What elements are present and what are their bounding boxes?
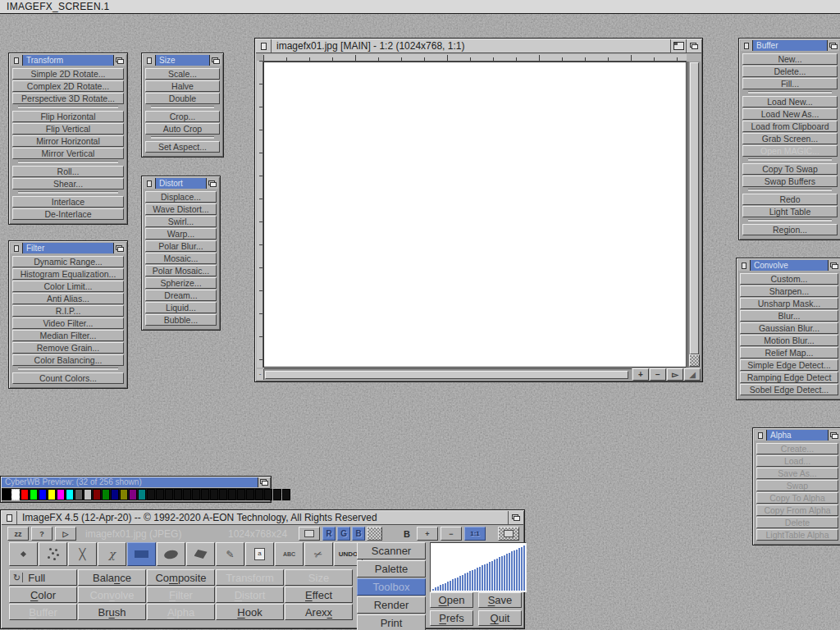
color-limit-button[interactable]: Color Limit... bbox=[12, 281, 124, 292]
redo-button[interactable]: Redo bbox=[742, 194, 838, 205]
palette-swatch-22[interactable] bbox=[201, 489, 209, 500]
color-balancing-button[interactable]: Color Balancing... bbox=[12, 354, 124, 366]
depth-icon[interactable] bbox=[827, 40, 839, 51]
flip-vertical-button[interactable]: Flip Vertical bbox=[12, 123, 124, 135]
warp-button[interactable]: Warp... bbox=[145, 228, 217, 240]
fill-button[interactable]: Fill... bbox=[742, 78, 838, 89]
polar-mosaic-button[interactable]: Polar Mosaic... bbox=[145, 265, 217, 276]
remove-grain-button[interactable]: Remove Grain... bbox=[12, 342, 124, 354]
blur-button[interactable]: Blur... bbox=[740, 310, 838, 322]
save-button[interactable]: Save bbox=[478, 592, 522, 608]
palette-swatch-10[interactable] bbox=[93, 489, 101, 500]
panel-distort-titlebar[interactable]: Distort bbox=[144, 178, 218, 189]
load-button[interactable]: Load... bbox=[756, 455, 838, 467]
composite-button[interactable]: Composite bbox=[147, 569, 215, 586]
palette-swatch-16[interactable] bbox=[147, 489, 155, 500]
oval-tool[interactable] bbox=[157, 542, 185, 566]
close-icon[interactable] bbox=[11, 55, 23, 66]
copy-to-alpha-button[interactable]: Copy To Alpha bbox=[756, 492, 838, 504]
shear-button[interactable]: Shear... bbox=[12, 178, 124, 189]
close-icon[interactable] bbox=[738, 260, 751, 271]
close-icon[interactable] bbox=[2, 511, 17, 524]
palette-swatch-6[interactable] bbox=[57, 489, 65, 500]
delete-button[interactable]: Delete bbox=[756, 517, 838, 528]
palette-swatch-13[interactable] bbox=[120, 489, 128, 500]
screen-grab-button[interactable] bbox=[498, 527, 519, 541]
depth-icon[interactable] bbox=[113, 243, 126, 253]
save-as-button[interactable]: Save As... bbox=[756, 468, 838, 479]
auto-crop-button[interactable]: Auto Crop bbox=[145, 123, 220, 135]
resize-handle-icon[interactable]: ◢ bbox=[684, 368, 701, 381]
palette-swatch-25[interactable] bbox=[228, 489, 236, 500]
depth-icon[interactable] bbox=[209, 55, 221, 66]
crop-button[interactable]: Crop... bbox=[145, 111, 220, 122]
depth-icon[interactable] bbox=[258, 477, 270, 487]
arexx-button[interactable]: Arexx bbox=[285, 604, 353, 620]
point-tool[interactable] bbox=[9, 542, 38, 566]
image-canvas[interactable] bbox=[263, 62, 687, 368]
palette-swatch-31[interactable] bbox=[282, 489, 290, 500]
anti-alias-button[interactable]: Anti Alias... bbox=[12, 293, 124, 304]
simple-edge-detect-button[interactable]: Simple Edge Detect... bbox=[740, 359, 838, 371]
interlace-button[interactable]: Interlace bbox=[12, 196, 124, 208]
close-icon[interactable] bbox=[741, 40, 753, 51]
video-filter-button[interactable]: Video Filter... bbox=[12, 317, 124, 329]
median-filter-button[interactable]: Median Filter... bbox=[12, 330, 124, 341]
spherize-button[interactable]: Spherize... bbox=[145, 277, 217, 289]
panel-filter-titlebar[interactable]: Filter bbox=[11, 243, 126, 253]
panel-size-titlebar[interactable]: Size bbox=[144, 55, 221, 66]
zoom-gadget-icon[interactable] bbox=[670, 39, 686, 52]
pan-icon[interactable]: ▻ bbox=[667, 368, 683, 381]
curve-tool[interactable]: χ bbox=[98, 542, 126, 566]
brush-button[interactable]: Brush bbox=[78, 604, 146, 620]
view-zoom-in-button[interactable]: + bbox=[417, 527, 438, 541]
alpha-channel-toggle[interactable] bbox=[367, 527, 382, 541]
close-icon[interactable] bbox=[256, 39, 272, 52]
palette-swatch-9[interactable] bbox=[84, 489, 92, 500]
depth-icon[interactable] bbox=[828, 260, 840, 271]
sobel-edge-detect-button[interactable]: Sobel Edge Detect... bbox=[740, 384, 838, 395]
load-new-as-button[interactable]: Load New As... bbox=[742, 108, 838, 120]
depth-icon[interactable] bbox=[686, 39, 701, 52]
freehand-tool[interactable]: ✎ bbox=[216, 542, 244, 566]
set-aspect-button[interactable]: Set Aspect... bbox=[145, 141, 220, 153]
roll-button[interactable]: Roll... bbox=[12, 166, 124, 177]
count-colors-button[interactable]: Count Colors... bbox=[12, 372, 124, 384]
origin-gadget[interactable]: - bbox=[257, 369, 264, 380]
render-button[interactable]: Render bbox=[357, 596, 426, 614]
mosaic-button[interactable]: Mosaic... bbox=[145, 253, 217, 264]
palette-swatch-7[interactable] bbox=[66, 489, 74, 500]
swirl-button[interactable]: Swirl... bbox=[145, 216, 217, 227]
mirror-vertical-button[interactable]: Mirror Vertical bbox=[12, 148, 124, 159]
scale-button[interactable]: Scale... bbox=[145, 68, 220, 80]
horizontal-scroll-thumb[interactable] bbox=[265, 371, 628, 379]
palette-swatch-0[interactable] bbox=[2, 489, 11, 500]
displace-button[interactable]: Displace... bbox=[145, 191, 217, 203]
relief-map-button[interactable]: Relief Map... bbox=[740, 347, 838, 358]
palette-swatch-11[interactable] bbox=[102, 489, 110, 500]
unsharp-mask-button[interactable]: Unsharp Mask... bbox=[740, 298, 838, 309]
bubble-button[interactable]: Bubble... bbox=[145, 314, 217, 326]
sharpen-button[interactable]: Sharpen... bbox=[740, 285, 838, 297]
mirror-horizontal-button[interactable]: Mirror Horizontal bbox=[12, 135, 124, 147]
horizontal-scrollbar[interactable] bbox=[264, 368, 632, 380]
prefs-button[interactable]: Prefs bbox=[430, 610, 473, 626]
dream-button[interactable]: Dream... bbox=[145, 290, 217, 301]
histogram-equalization-button[interactable]: Histogram Equalization... bbox=[12, 268, 124, 280]
flip-horizontal-button[interactable]: Flip Horizontal bbox=[12, 111, 124, 122]
panel-alpha-titlebar[interactable]: Alpha bbox=[755, 430, 840, 441]
load-new-button[interactable]: Load New... bbox=[742, 96, 838, 107]
copy-to-swap-button[interactable]: Copy To Swap bbox=[742, 163, 838, 175]
custom-button[interactable]: Custom... bbox=[740, 273, 838, 285]
depth-icon[interactable] bbox=[508, 511, 523, 524]
complex-2d-rotate-button[interactable]: Complex 2D Rotate... bbox=[12, 80, 124, 92]
palette-swatch-27[interactable] bbox=[246, 489, 254, 500]
gaussian-blur-button[interactable]: Gaussian Blur... bbox=[740, 322, 838, 334]
load-from-clipboard-button[interactable]: Load from Clipboard bbox=[742, 121, 838, 132]
help-button[interactable]: ? bbox=[31, 527, 52, 541]
palette-button[interactable]: Palette bbox=[357, 560, 426, 578]
panel-convolve-titlebar[interactable]: Convolve bbox=[738, 260, 840, 271]
toolbox-button[interactable]: Toolbox bbox=[357, 578, 426, 596]
depth-icon[interactable] bbox=[828, 430, 840, 441]
palette-swatch-2[interactable] bbox=[21, 489, 29, 500]
